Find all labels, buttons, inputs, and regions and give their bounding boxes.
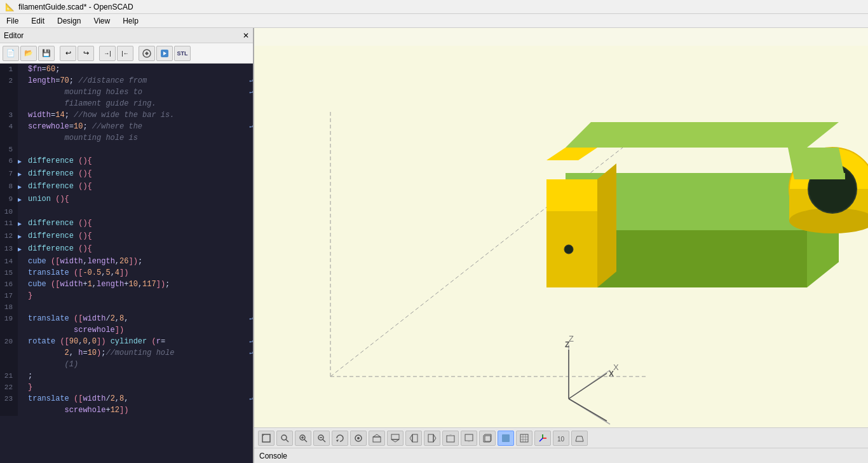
menu-design[interactable]: Design: [51, 15, 87, 27]
svg-rect-61: [485, 436, 491, 441]
svg-rect-49: [373, 437, 381, 442]
svg-rect-59: [465, 434, 473, 441]
code-line-19: 19 translate ([width/2,8, ↵: [0, 313, 253, 324]
code-line-18: 18: [0, 301, 253, 313]
code-line-2-cont1: mounting holes to ↵: [0, 86, 253, 98]
vp-zoom-btn[interactable]: [276, 431, 293, 446]
svg-text:10: 10: [557, 436, 565, 443]
code-line-6: 6 ▶ difference (){: [0, 155, 253, 168]
svg-point-48: [357, 437, 360, 439]
code-line-2: 2 length=70; //distance from ↵: [0, 75, 253, 86]
svg-line-71: [539, 438, 543, 441]
redo-button[interactable]: ↪: [78, 46, 94, 61]
svg-marker-54: [410, 434, 412, 442]
menu-file[interactable]: File: [0, 15, 25, 27]
main-layout: Editor ✕ 📄 📂 💾 ↩ ↪ →| |← STL: [0, 28, 868, 463]
console-label: Console: [259, 452, 287, 460]
menu-edit[interactable]: Edit: [25, 15, 51, 27]
vp-view-preset-btn[interactable]: [369, 431, 385, 446]
code-line-3: 3 width=14; //how wide the bar is.: [0, 109, 253, 121]
svg-line-38: [286, 439, 288, 442]
console-bar: Console: [254, 448, 868, 463]
editor-toolbar: 📄 📂 💾 ↩ ↪ →| |← STL: [0, 43, 253, 64]
code-line-9: 9 ▶ union (){: [0, 193, 253, 206]
menu-help[interactable]: Help: [116, 15, 145, 27]
open-file-button[interactable]: 📂: [20, 46, 37, 61]
editor-title: Editor: [4, 31, 24, 40]
svg-rect-51: [391, 434, 399, 439]
code-line-23-cont: screwhole+12]): [0, 404, 253, 416]
code-line-11: 11 ▶ difference (){: [0, 218, 253, 230]
save-file-button[interactable]: 💾: [38, 46, 55, 61]
render-button[interactable]: [156, 46, 173, 61]
svg-rect-57: [447, 436, 454, 442]
code-line-10: 10: [0, 206, 253, 218]
3d-viewport[interactable]: Z X: [254, 28, 868, 463]
svg-marker-26: [788, 148, 845, 179]
code-line-20-cont2: (1): [0, 359, 253, 370]
code-line-22: 22 }: [0, 382, 253, 393]
svg-text:X: X: [613, 363, 619, 372]
svg-rect-53: [412, 434, 417, 442]
code-line-7: 7 ▶ difference (){: [0, 168, 253, 181]
export-stl-button[interactable]: STL: [174, 46, 191, 61]
svg-marker-50: [373, 434, 381, 437]
menubar: File Edit Design View Help: [0, 14, 868, 28]
unindent-button[interactable]: |←: [117, 46, 133, 61]
vp-view-right-btn[interactable]: [424, 431, 440, 446]
indent-button[interactable]: →|: [99, 46, 116, 61]
svg-rect-55: [428, 434, 433, 442]
vp-grid-btn[interactable]: 10: [553, 431, 569, 446]
vp-render-wireframe-btn[interactable]: [516, 431, 532, 446]
svg-marker-46: [336, 439, 339, 442]
vp-view-diagonal-btn[interactable]: [479, 431, 496, 446]
code-editor[interactable]: 1 $fn=60; 2 length=70; //distance from ↵…: [0, 64, 253, 463]
vp-render-surface-btn[interactable]: [498, 431, 514, 446]
titlebar: 📐 filamentGuide.scad* - OpenSCAD: [0, 0, 868, 14]
vp-perspective-btn[interactable]: [571, 431, 588, 446]
svg-rect-63: [502, 434, 510, 442]
vp-view-back-btn[interactable]: [461, 431, 477, 446]
vp-reset-btn[interactable]: [350, 431, 367, 446]
svg-point-37: [281, 435, 287, 440]
svg-text:X: X: [609, 370, 614, 378]
code-line-19-cont: screwhole]): [0, 324, 253, 336]
preview-button[interactable]: [139, 46, 155, 61]
menu-view[interactable]: View: [87, 15, 116, 27]
vp-axes-btn[interactable]: [534, 431, 551, 446]
code-line-15: 15 translate ([-0.5,5,4]): [0, 267, 253, 279]
svg-marker-27: [566, 122, 839, 148]
svg-marker-60: [465, 441, 473, 442]
viewport-toolbar: 10: [254, 427, 868, 448]
window-title: filamentGuide.scad* - OpenSCAD: [18, 3, 133, 11]
code-line-14: 14 cube ([width,length,26]);: [0, 256, 253, 267]
svg-marker-73: [576, 436, 583, 441]
vp-zoom-extents-btn[interactable]: [258, 431, 275, 446]
code-line-5: 5: [0, 144, 253, 155]
vp-zoom-out-btn[interactable]: [313, 431, 330, 446]
code-line-20-cont1: 2, h=10);//mounting hole ↵: [0, 347, 253, 359]
app-icon: 📐: [5, 3, 15, 11]
code-line-12: 12 ▶ difference (){: [0, 230, 253, 243]
svg-text:Z: Z: [565, 340, 569, 349]
code-line-13: 13 ▶ difference (){: [0, 243, 253, 256]
svg-line-42: [304, 439, 307, 442]
vp-view-bottom-btn[interactable]: [387, 431, 403, 446]
undo-button[interactable]: ↩: [60, 46, 76, 61]
svg-line-45: [323, 439, 325, 442]
vp-zoom-in-btn[interactable]: [295, 431, 311, 446]
editor-close-button[interactable]: ✕: [243, 31, 249, 40]
svg-marker-52: [391, 439, 399, 442]
editor-panel: Editor ✕ 📄 📂 💾 ↩ ↪ →| |← STL: [0, 28, 254, 463]
code-line-4: 4 screwhole=10; //where the ↵: [0, 121, 253, 132]
code-line-17: 17 }: [0, 290, 253, 301]
svg-marker-58: [447, 434, 454, 436]
vp-view-front-btn[interactable]: [442, 431, 459, 446]
new-file-button[interactable]: 📄: [3, 46, 19, 61]
svg-marker-17: [597, 163, 616, 287]
vp-rotate-btn[interactable]: [332, 431, 348, 446]
code-line-20: 20 rotate ([90,0,0]) cylinder (r= ↵: [0, 336, 253, 347]
svg-rect-64: [520, 434, 528, 442]
vp-view-left-btn[interactable]: [405, 431, 422, 446]
code-line-21: 21 ;: [0, 370, 253, 382]
